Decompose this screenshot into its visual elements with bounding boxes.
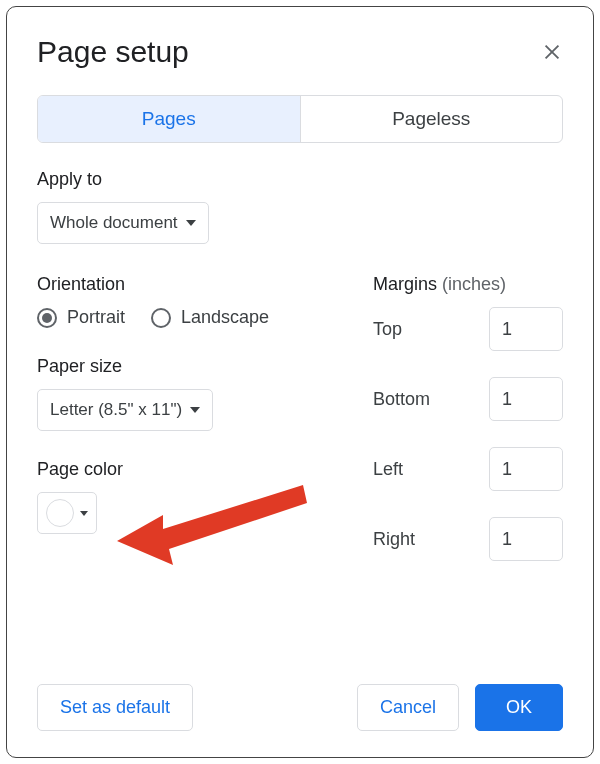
apply-to-value: Whole document <box>50 213 178 233</box>
page-color-picker[interactable] <box>37 492 97 534</box>
page-color-section: Page color <box>37 459 353 534</box>
page-setup-dialog: Page setup Pages Pageless Apply to Whole… <box>6 6 594 758</box>
radio-dot-icon <box>37 308 57 328</box>
paper-size-label: Paper size <box>37 356 353 377</box>
dialog-title: Page setup <box>37 35 189 69</box>
orientation-section: Orientation Portrait Landscape <box>37 274 353 328</box>
margin-bottom-label: Bottom <box>373 389 430 410</box>
ok-button[interactable]: OK <box>475 684 563 731</box>
apply-to-label: Apply to <box>37 169 563 190</box>
tab-pageless[interactable]: Pageless <box>301 96 563 142</box>
margin-right-label: Right <box>373 529 415 550</box>
tab-pages[interactable]: Pages <box>38 96 301 142</box>
margin-left-label: Left <box>373 459 403 480</box>
margin-left-input[interactable] <box>489 447 563 491</box>
paper-size-section: Paper size Letter (8.5" x 11") <box>37 356 353 431</box>
paper-size-value: Letter (8.5" x 11") <box>50 400 182 420</box>
dialog-footer: Set as default Cancel OK <box>37 684 563 731</box>
close-icon[interactable] <box>541 41 563 63</box>
margins-section: Margins (inches) Top Bottom Left Right <box>373 274 563 587</box>
radio-portrait[interactable]: Portrait <box>37 307 125 328</box>
radio-landscape[interactable]: Landscape <box>151 307 269 328</box>
paper-size-dropdown[interactable]: Letter (8.5" x 11") <box>37 389 213 431</box>
radio-dot-icon <box>151 308 171 328</box>
apply-to-section: Apply to Whole document <box>37 169 563 244</box>
margin-bottom-input[interactable] <box>489 377 563 421</box>
margin-top-label: Top <box>373 319 402 340</box>
chevron-down-icon <box>80 511 88 516</box>
chevron-down-icon <box>186 220 196 226</box>
tab-bar: Pages Pageless <box>37 95 563 143</box>
cancel-button[interactable]: Cancel <box>357 684 459 731</box>
orientation-label: Orientation <box>37 274 353 295</box>
apply-to-dropdown[interactable]: Whole document <box>37 202 209 244</box>
color-swatch-icon <box>46 499 74 527</box>
margins-label: Margins (inches) <box>373 274 563 295</box>
margins-unit: (inches) <box>442 274 506 294</box>
dialog-header: Page setup <box>37 35 563 69</box>
margin-top-input[interactable] <box>489 307 563 351</box>
radio-landscape-label: Landscape <box>181 307 269 328</box>
page-color-label: Page color <box>37 459 353 480</box>
chevron-down-icon <box>190 407 200 413</box>
radio-portrait-label: Portrait <box>67 307 125 328</box>
set-as-default-button[interactable]: Set as default <box>37 684 193 731</box>
margin-right-input[interactable] <box>489 517 563 561</box>
